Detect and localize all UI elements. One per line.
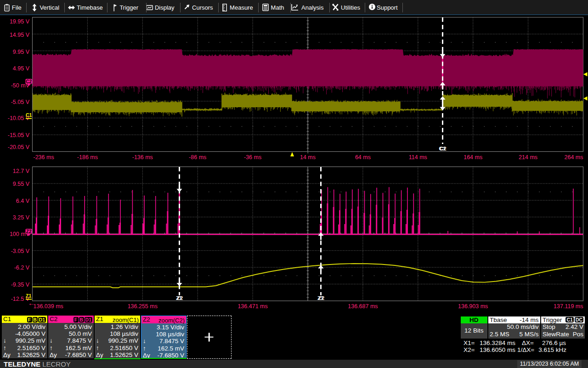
svg-text:-36 ms: -36 ms (244, 154, 261, 161)
svg-text:C1: C1 (26, 112, 32, 118)
svg-text:136.039 ms: 136.039 ms (34, 303, 63, 310)
svg-text:-20.05 V: -20.05 V (8, 144, 30, 150)
svg-text:137.119 ms: 137.119 ms (554, 303, 583, 310)
svg-text:9.55 V: 9.55 V (13, 181, 30, 187)
svg-text:Z1: Z1 (26, 293, 31, 299)
svg-text:Z2: Z2 (177, 295, 183, 301)
svg-text:Z2: Z2 (318, 295, 324, 301)
svg-text:14 ms: 14 ms (300, 154, 316, 161)
svg-text:136.471 ms: 136.471 ms (237, 303, 267, 310)
svg-text:164 ms: 164 ms (464, 154, 482, 161)
svg-text:-3.05 V: -3.05 V (11, 248, 30, 254)
svg-text:-9.35 V: -9.35 V (11, 282, 30, 288)
svg-text:Z2: Z2 (26, 229, 32, 234)
svg-text:64 ms: 64 ms (355, 154, 371, 161)
svg-text:C2: C2 (440, 146, 447, 151)
svg-text:←: ← (28, 299, 35, 307)
svg-text:136.255 ms: 136.255 ms (128, 303, 158, 310)
svg-text:136.687 ms: 136.687 ms (348, 303, 378, 310)
svg-text:-186 ms: -186 ms (77, 154, 98, 161)
svg-text:264 ms: 264 ms (565, 154, 583, 161)
svg-text:-236 ms: -236 ms (34, 154, 54, 161)
svg-text:6.4 V: 6.4 V (16, 198, 30, 204)
svg-text:214 ms: 214 ms (519, 154, 537, 161)
svg-text:114 ms: 114 ms (409, 154, 427, 161)
svg-text:9.95 V: 9.95 V (13, 49, 30, 55)
svg-text:14.95 V: 14.95 V (10, 32, 30, 38)
svg-text:C2: C2 (26, 79, 32, 84)
svg-text:-136 ms: -136 ms (132, 154, 153, 161)
svg-text:-86 ms: -86 ms (189, 154, 206, 161)
svg-text:-6.2 V: -6.2 V (14, 264, 30, 271)
svg-text:136.903 ms: 136.903 ms (458, 303, 488, 310)
svg-text:-15.05 V: -15.05 V (8, 132, 30, 138)
svg-text:3.25 V: 3.25 V (13, 214, 30, 221)
svg-text:12.7 V: 12.7 V (13, 168, 30, 174)
svg-text:4.95 V: 4.95 V (13, 65, 30, 72)
svg-text:-5.05 V: -5.05 V (11, 99, 30, 105)
svg-text:19.95 V: 19.95 V (10, 18, 30, 25)
